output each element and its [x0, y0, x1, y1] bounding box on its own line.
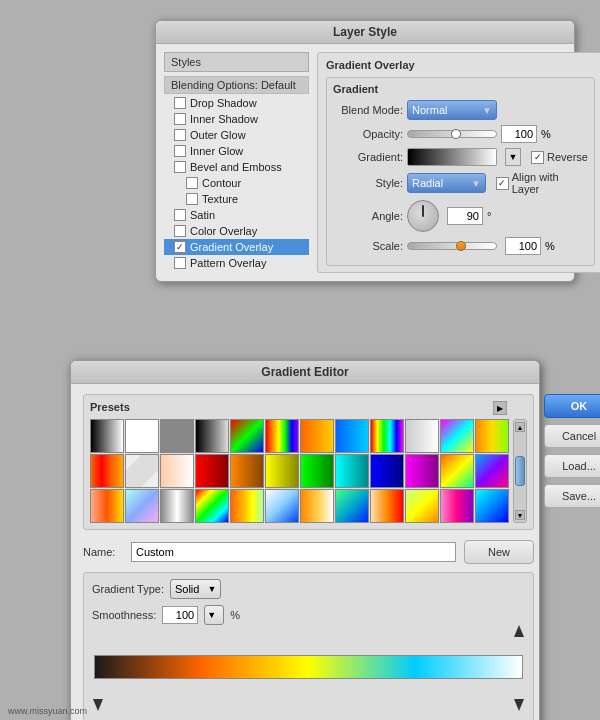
angle-unit: ° [487, 210, 491, 222]
preset-item-9[interactable] [405, 419, 439, 453]
scale-label: Scale: [333, 240, 403, 252]
gradient-preview[interactable] [407, 148, 497, 166]
ge-gradient-bar[interactable] [94, 655, 523, 679]
preset-item-20[interactable] [370, 454, 404, 488]
preset-item-25[interactable] [125, 489, 159, 523]
preset-item-29[interactable] [265, 489, 299, 523]
blend-mode-row: Blend Mode: Normal ▼ [333, 100, 588, 120]
preset-item-4[interactable] [230, 419, 264, 453]
preset-item-17[interactable] [265, 454, 299, 488]
preset-item-8[interactable] [370, 419, 404, 453]
opacity-input[interactable] [501, 125, 537, 143]
inner-glow-checkbox[interactable] [174, 145, 186, 157]
bevel-emboss-item[interactable]: Bevel and Emboss [164, 159, 309, 175]
preset-item-26[interactable] [160, 489, 194, 523]
ge-scrollbar[interactable]: ▲ ▼ [513, 419, 527, 523]
outer-glow-checkbox[interactable] [174, 129, 186, 141]
preset-item-5[interactable] [265, 419, 299, 453]
opacity-slider[interactable] [407, 130, 497, 138]
opacity-thumb[interactable] [451, 129, 461, 139]
gradient-overlay-item[interactable]: Gradient Overlay [164, 239, 309, 255]
preset-item-30[interactable] [300, 489, 334, 523]
angle-dial[interactable] [407, 200, 439, 232]
preset-item-27[interactable] [195, 489, 229, 523]
ge-cancel-button[interactable]: Cancel [544, 424, 600, 448]
preset-item-13[interactable] [125, 454, 159, 488]
preset-item-24[interactable] [90, 489, 124, 523]
satin-item[interactable]: Satin [164, 207, 309, 223]
ge-top-stop-right[interactable] [514, 625, 524, 637]
scale-input[interactable] [505, 237, 541, 255]
smoothness-arrow: ▼ [207, 610, 216, 620]
preset-item-12[interactable] [90, 454, 124, 488]
scroll-up-arrow[interactable]: ▲ [515, 422, 525, 432]
preset-item-28[interactable] [230, 489, 264, 523]
satin-checkbox[interactable] [174, 209, 186, 221]
reverse-checkbox[interactable] [531, 151, 544, 164]
preset-item-21[interactable] [405, 454, 439, 488]
preset-item-31[interactable] [335, 489, 369, 523]
pattern-overlay-checkbox[interactable] [174, 257, 186, 269]
ge-stop-right[interactable] [514, 699, 524, 711]
preset-item-34[interactable] [440, 489, 474, 523]
blend-mode-select[interactable]: Normal ▼ [407, 100, 497, 120]
preset-item-18[interactable] [300, 454, 334, 488]
preset-item-32[interactable] [370, 489, 404, 523]
ge-load-button[interactable]: Load... [544, 454, 600, 478]
angle-input[interactable] [447, 207, 483, 225]
pattern-overlay-item[interactable]: Pattern Overlay [164, 255, 309, 271]
preset-item-22[interactable] [440, 454, 474, 488]
scale-slider[interactable] [407, 242, 497, 250]
outer-glow-item[interactable]: Outer Glow [164, 127, 309, 143]
ge-ok-button[interactable]: OK [544, 394, 600, 418]
preset-item-0[interactable] [90, 419, 124, 453]
preset-item-2[interactable] [160, 419, 194, 453]
preset-item-23[interactable] [475, 454, 509, 488]
scale-thumb[interactable] [456, 241, 466, 251]
ge-smoothness-input[interactable] [162, 606, 198, 624]
gradient-sublabel: Gradient [333, 83, 588, 95]
scroll-down-arrow[interactable]: ▼ [515, 510, 525, 520]
ge-name-input[interactable] [131, 542, 456, 562]
inner-shadow-checkbox[interactable] [174, 113, 186, 125]
texture-item[interactable]: Texture [164, 191, 309, 207]
preset-item-11[interactable] [475, 419, 509, 453]
preset-item-14[interactable] [160, 454, 194, 488]
scroll-thumb[interactable] [515, 456, 525, 486]
preset-item-33[interactable] [405, 489, 439, 523]
ge-presets-grid-container: ▲ ▼ [90, 419, 527, 523]
ge-new-button[interactable]: New [464, 540, 534, 564]
align-layer-checkbox[interactable] [496, 177, 509, 190]
preset-item-3[interactable] [195, 419, 229, 453]
inner-glow-item[interactable]: Inner Glow [164, 143, 309, 159]
contour-checkbox[interactable] [186, 177, 198, 189]
inner-shadow-item[interactable]: Inner Shadow [164, 111, 309, 127]
preset-item-35[interactable] [475, 489, 509, 523]
ge-save-button[interactable]: Save... [544, 484, 600, 508]
contour-item[interactable]: Contour [164, 175, 309, 191]
preset-item-10[interactable] [440, 419, 474, 453]
blending-options-item[interactable]: Blending Options: Default [164, 76, 309, 94]
style-select[interactable]: Radial ▼ [407, 173, 486, 193]
drop-shadow-item[interactable]: Drop Shadow [164, 95, 309, 111]
opacity-unit: % [541, 128, 551, 140]
color-overlay-item[interactable]: Color Overlay [164, 223, 309, 239]
ge-type-label: Gradient Type: [92, 583, 164, 595]
ge-type-select[interactable]: Solid ▼ [170, 579, 221, 599]
gradient-overlay-checkbox[interactable] [174, 241, 186, 253]
preset-item-6[interactable] [300, 419, 334, 453]
ge-stop-left[interactable] [93, 699, 103, 711]
ge-expand-arrow[interactable]: ▶ [493, 401, 507, 415]
preset-item-1[interactable] [125, 419, 159, 453]
drop-shadow-checkbox[interactable] [174, 97, 186, 109]
gradient-dropdown-arrow[interactable]: ▼ [505, 148, 521, 166]
bevel-emboss-checkbox[interactable] [174, 161, 186, 173]
color-overlay-checkbox[interactable] [174, 225, 186, 237]
preset-item-19[interactable] [335, 454, 369, 488]
preset-item-15[interactable] [195, 454, 229, 488]
ge-top-stops [94, 639, 523, 651]
preset-item-7[interactable] [335, 419, 369, 453]
texture-checkbox[interactable] [186, 193, 198, 205]
preset-item-16[interactable] [230, 454, 264, 488]
ge-smoothness-select[interactable]: ▼ [204, 605, 224, 625]
